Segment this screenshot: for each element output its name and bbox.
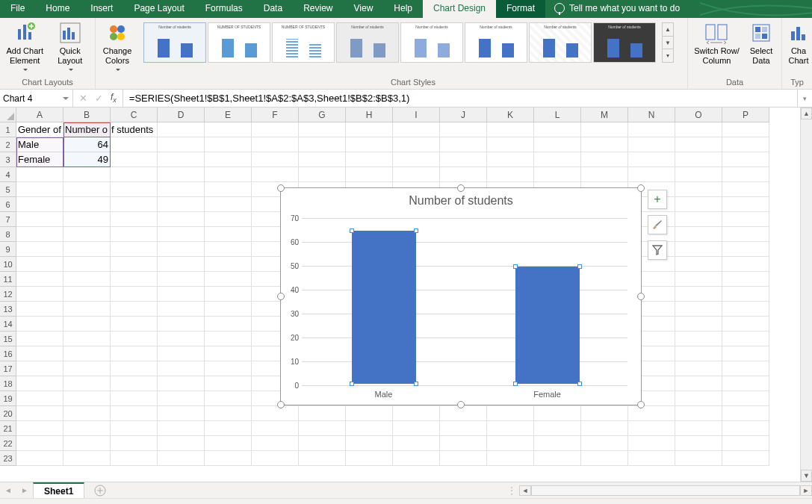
cell-L2[interactable] [534, 137, 581, 152]
row-header-22[interactable]: 22 [0, 436, 16, 451]
cell-K3[interactable] [487, 152, 534, 167]
cell-P12[interactable] [722, 287, 769, 302]
cell-C14[interactable] [111, 317, 158, 332]
row-header-8[interactable]: 8 [0, 227, 16, 242]
cell-O7[interactable] [675, 212, 722, 227]
column-header-K[interactable]: K [487, 108, 534, 122]
cell-H21[interactable] [346, 421, 393, 436]
column-header-E[interactable]: E [205, 108, 252, 122]
switch-row-column-button[interactable]: Switch Row/ Column [692, 21, 741, 66]
cell-C6[interactable] [111, 197, 158, 212]
cell-L20[interactable] [534, 406, 581, 421]
row-header-2[interactable]: 2 [0, 137, 16, 152]
column-header-J[interactable]: J [440, 108, 487, 122]
new-sheet-button[interactable] [92, 482, 108, 499]
chart-elements-button[interactable]: + [648, 190, 667, 209]
cell-P14[interactable] [722, 317, 769, 332]
horizontal-scrollbar[interactable]: ⋮ ◄ ► [507, 485, 812, 497]
row-header-3[interactable]: 3 [0, 152, 16, 167]
cell-B10[interactable] [63, 257, 111, 272]
cell-M1[interactable] [581, 122, 628, 137]
cell-I23[interactable] [393, 451, 440, 466]
cell-A6[interactable] [16, 197, 63, 212]
column-header-M[interactable]: M [581, 108, 628, 122]
cell-D5[interactable] [158, 182, 205, 197]
cell-E1[interactable] [205, 122, 252, 137]
cell-D23[interactable] [158, 451, 205, 466]
cell-O5[interactable] [675, 182, 722, 197]
cell-A10[interactable] [16, 257, 63, 272]
cell-M2[interactable] [581, 137, 628, 152]
row-header-9[interactable]: 9 [0, 242, 16, 257]
cell-I2[interactable] [393, 137, 440, 152]
name-box[interactable]: Chart 4 [0, 90, 73, 107]
cell-O11[interactable] [675, 272, 722, 287]
row-header-4[interactable]: 4 [0, 167, 16, 182]
cell-E6[interactable] [205, 197, 252, 212]
cell-L23[interactable] [534, 451, 581, 466]
cell-B7[interactable] [63, 212, 111, 227]
tab-help[interactable]: Help [383, 0, 423, 18]
cell-G3[interactable] [299, 152, 346, 167]
column-header-N[interactable]: N [628, 108, 675, 122]
cell-D22[interactable] [158, 436, 205, 451]
vertical-scrollbar[interactable]: ▲ ▼ [800, 108, 812, 482]
change-chart-type-button[interactable]: Cha Chart [787, 21, 811, 66]
cell-K23[interactable] [487, 451, 534, 466]
cell-K1[interactable] [487, 122, 534, 137]
column-header-G[interactable]: G [299, 108, 346, 122]
cell-A4[interactable] [16, 167, 63, 182]
cell-A15[interactable] [16, 332, 63, 346]
tab-formulas[interactable]: Formulas [195, 0, 253, 18]
cell-D20[interactable] [158, 406, 205, 421]
cell-M22[interactable] [581, 436, 628, 451]
formula-bar-expand-icon[interactable]: ▾ [797, 90, 812, 107]
cell-E14[interactable] [205, 317, 252, 332]
column-header-I[interactable]: I [393, 108, 440, 122]
enter-formula-icon[interactable]: ✓ [95, 93, 103, 104]
cell-A8[interactable] [16, 227, 63, 242]
cell-A14[interactable] [16, 317, 63, 332]
cell-E21[interactable] [205, 421, 252, 436]
select-data-button[interactable]: Select Data [746, 21, 777, 66]
cell-K2[interactable] [487, 137, 534, 152]
cell-N20[interactable] [628, 406, 675, 421]
row-header-7[interactable]: 7 [0, 212, 16, 227]
cell-O9[interactable] [675, 242, 722, 257]
cell-B1[interactable]: Number o [63, 122, 111, 137]
cell-C17[interactable] [111, 361, 158, 376]
cell-P4[interactable] [722, 167, 769, 182]
row-header-5[interactable]: 5 [0, 182, 16, 197]
cell-D21[interactable] [158, 421, 205, 436]
cell-D10[interactable] [158, 257, 205, 272]
cell-F22[interactable] [252, 436, 299, 451]
cell-G2[interactable] [299, 137, 346, 152]
cell-O15[interactable] [675, 332, 722, 346]
row-header-14[interactable]: 14 [0, 317, 16, 332]
cell-L3[interactable] [534, 152, 581, 167]
cell-C11[interactable] [111, 272, 158, 287]
tab-page-layout[interactable]: Page Layout [123, 0, 194, 18]
hscroll-right-icon[interactable]: ► [800, 485, 812, 496]
column-header-P[interactable]: P [722, 108, 769, 122]
cell-E12[interactable] [205, 287, 252, 302]
cell-B4[interactable] [63, 167, 111, 182]
cell-C20[interactable] [111, 406, 158, 421]
cell-M4[interactable] [581, 167, 628, 182]
cell-B16[interactable] [63, 346, 111, 361]
row-header-16[interactable]: 16 [0, 346, 16, 361]
cell-O22[interactable] [675, 436, 722, 451]
cell-G1[interactable] [299, 122, 346, 137]
cell-A9[interactable] [16, 242, 63, 257]
chart-style-1[interactable]: Number of students [143, 22, 206, 63]
cell-F2[interactable] [252, 137, 299, 152]
chart-styles-button[interactable] [648, 215, 667, 234]
cell-E16[interactable] [205, 346, 252, 361]
column-header-D[interactable]: D [158, 108, 205, 122]
tell-me-search[interactable]: Tell me what you want to do [569, 0, 680, 18]
cell-O23[interactable] [675, 451, 722, 466]
column-header-L[interactable]: L [534, 108, 581, 122]
cell-A19[interactable] [16, 391, 63, 406]
cell-H20[interactable] [346, 406, 393, 421]
cell-A21[interactable] [16, 421, 63, 436]
